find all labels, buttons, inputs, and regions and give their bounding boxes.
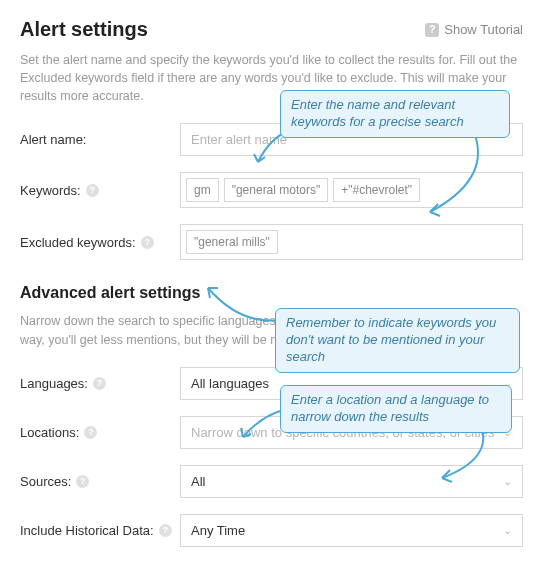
chevron-down-icon: ⌄ xyxy=(503,475,512,488)
page-title: Alert settings xyxy=(20,18,148,41)
hint-icon[interactable]: ? xyxy=(93,377,106,390)
keyword-tag[interactable]: "general mills" xyxy=(186,230,278,254)
historical-select[interactable]: Any Time ⌄ xyxy=(180,514,523,547)
keyword-tag[interactable]: +"#chevrolet" xyxy=(333,178,420,202)
locations-label: Locations: xyxy=(20,425,79,440)
keywords-label: Keywords: xyxy=(20,183,81,198)
keyword-tag[interactable]: gm xyxy=(186,178,219,202)
historical-label: Include Historical Data: xyxy=(20,523,154,538)
tooltip-callout: Remember to indicate keywords you don't … xyxy=(275,308,520,373)
show-tutorial-button[interactable]: ? Show Tutorial xyxy=(425,22,523,37)
sources-select[interactable]: All ⌄ xyxy=(180,465,523,498)
excluded-keywords-input[interactable]: "general mills" xyxy=(180,224,523,260)
alert-name-label: Alert name: xyxy=(20,132,86,147)
tutorial-label: Show Tutorial xyxy=(444,22,523,37)
languages-label: Languages: xyxy=(20,376,88,391)
languages-value: All languages xyxy=(191,376,269,391)
tooltip-callout: Enter the name and relevant keywords for… xyxy=(280,90,510,138)
keywords-input[interactable]: gm "general motors" +"#chevrolet" xyxy=(180,172,523,208)
help-icon: ? xyxy=(425,23,439,37)
excluded-keywords-label: Excluded keywords: xyxy=(20,235,136,250)
historical-value: Any Time xyxy=(191,523,245,538)
sources-value: All xyxy=(191,474,205,489)
hint-icon[interactable]: ? xyxy=(159,524,172,537)
tooltip-callout: Enter a location and a language to narro… xyxy=(280,385,512,433)
keyword-tag[interactable]: "general motors" xyxy=(224,178,329,202)
chevron-down-icon: ⌄ xyxy=(503,524,512,537)
hint-icon[interactable]: ? xyxy=(76,475,89,488)
hint-icon[interactable]: ? xyxy=(141,236,154,249)
hint-icon[interactable]: ? xyxy=(84,426,97,439)
advanced-settings-title: Advanced alert settings xyxy=(20,284,523,302)
sources-label: Sources: xyxy=(20,474,71,489)
hint-icon[interactable]: ? xyxy=(86,184,99,197)
